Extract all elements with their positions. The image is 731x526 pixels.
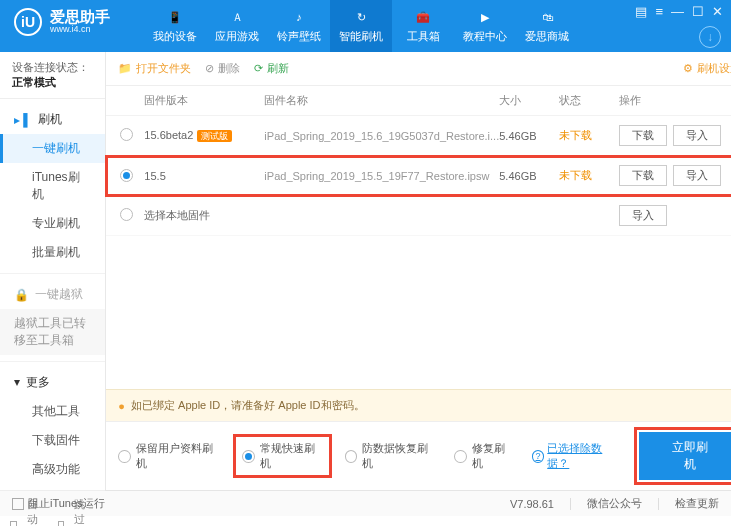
refresh-button[interactable]: ⟳刷新	[254, 61, 289, 76]
th-ops: 操作	[619, 93, 731, 108]
nav-tools[interactable]: 🧰工具箱	[392, 0, 454, 52]
local-firmware-label: 选择本地固件	[144, 208, 210, 223]
auto-activate-checkbox[interactable]	[10, 521, 17, 526]
jailbreak-note: 越狱工具已转移至工具箱	[0, 309, 105, 355]
skip-guide-checkbox[interactable]	[58, 521, 65, 526]
sidebar-section-jailbreak[interactable]: 🔒一键越狱	[0, 280, 105, 309]
device-icon: ▸ ▌	[14, 113, 32, 127]
maximize-icon[interactable]: ☐	[692, 4, 704, 19]
sidebar-section-flash[interactable]: ▸ ▌刷机	[0, 105, 105, 134]
sidebar-item-other-tools[interactable]: 其他工具	[0, 397, 105, 426]
table-row-local[interactable]: 选择本地固件 导入	[106, 196, 731, 236]
apps-icon: Ａ	[228, 8, 246, 26]
opt-repair[interactable]: 修复刷机	[454, 441, 514, 471]
sidebar-item-pro[interactable]: 专业刷机	[0, 209, 105, 238]
brand-name: 爱思助手	[50, 9, 110, 26]
brand-url: www.i4.cn	[50, 25, 110, 35]
version-label: V7.98.61	[510, 498, 554, 510]
folder-icon: 📁	[118, 62, 132, 75]
table-row[interactable]: 15.5 iPad_Spring_2019_15.5_19F77_Restore…	[106, 156, 731, 196]
nav-flash[interactable]: ↻智能刷机	[330, 0, 392, 52]
th-status: 状态	[559, 93, 619, 108]
lock-icon[interactable]: ≡	[655, 4, 663, 19]
title-bar: iU 爱思助手 www.i4.cn 📱我的设备 Ａ应用游戏 ♪铃声壁纸 ↻智能刷…	[0, 0, 731, 52]
sidebar-item-batch[interactable]: 批量刷机	[0, 238, 105, 267]
book-icon: ▶	[476, 8, 494, 26]
row-radio[interactable]	[120, 169, 133, 182]
nav-apps[interactable]: Ａ应用游戏	[206, 0, 268, 52]
opt-normal-flash[interactable]: 常规快速刷机	[238, 439, 327, 473]
bag-icon: 🛍	[538, 8, 556, 26]
window-controls: ▤ ≡ — ☐ ✕	[635, 0, 731, 19]
opt-keep-data[interactable]: 保留用户资料刷机	[118, 441, 220, 471]
flash-options: 保留用户资料刷机 常规快速刷机 防数据恢复刷机 修复刷机 ?已选择除数据？ 立即…	[106, 421, 731, 490]
th-name: 固件名称	[264, 93, 499, 108]
phone-icon: 📱	[166, 8, 184, 26]
check-update-link[interactable]: 检查更新	[675, 496, 719, 511]
toolbox-icon: 🧰	[414, 8, 432, 26]
flash-icon: ↻	[352, 8, 370, 26]
row-radio[interactable]	[120, 208, 133, 221]
logo-icon: iU	[14, 8, 42, 36]
start-flash-button[interactable]: 立即刷机	[639, 432, 731, 480]
th-version: 固件版本	[144, 93, 264, 108]
sidebar: 设备连接状态：正常模式 ▸ ▌刷机 一键刷机 iTunes刷机 专业刷机 批量刷…	[0, 52, 106, 490]
gear-icon: ⚙	[683, 62, 693, 75]
top-nav: 📱我的设备 Ａ应用游戏 ♪铃声壁纸 ↻智能刷机 🧰工具箱 ▶教程中心 🛍爱思商城	[144, 0, 578, 52]
download-button[interactable]: 下载	[619, 165, 667, 186]
block-itunes-checkbox[interactable]	[12, 498, 24, 510]
music-icon: ♪	[290, 8, 308, 26]
connection-status: 设备连接状态：正常模式	[0, 52, 105, 99]
nav-my-device[interactable]: 📱我的设备	[144, 0, 206, 52]
download-button[interactable]: 下载	[619, 125, 667, 146]
row-radio[interactable]	[120, 128, 133, 141]
import-button[interactable]: 导入	[619, 205, 667, 226]
close-icon[interactable]: ✕	[712, 4, 723, 19]
brand-block: iU 爱思助手 www.i4.cn	[0, 0, 124, 36]
open-folder-button[interactable]: 📁打开文件夹	[118, 61, 191, 76]
table-row[interactable]: 15.6beta2测试版 iPad_Spring_2019_15.6_19G50…	[106, 116, 731, 156]
delete-button[interactable]: ⊘删除	[205, 61, 240, 76]
sidebar-item-downloaded[interactable]: 下载固件	[0, 426, 105, 455]
download-manager-button[interactable]: ↓	[699, 26, 721, 48]
import-button[interactable]: 导入	[673, 165, 721, 186]
opt-anti-recover[interactable]: 防数据恢复刷机	[345, 441, 436, 471]
exclude-data-link[interactable]: ?已选择除数据？	[532, 441, 621, 471]
sidebar-item-itunes[interactable]: iTunes刷机	[0, 163, 105, 209]
th-size: 大小	[499, 93, 559, 108]
nav-ring[interactable]: ♪铃声壁纸	[268, 0, 330, 52]
info-icon: ?	[532, 450, 545, 463]
firmware-name: iPad_Spring_2019_15.6_19G5037d_Restore.i…	[264, 130, 499, 142]
sidebar-item-advanced[interactable]: 高级功能	[0, 455, 105, 484]
lock-icon: 🔒	[14, 288, 29, 302]
warning-icon: ●	[118, 400, 125, 412]
nav-tutorial[interactable]: ▶教程中心	[454, 0, 516, 52]
delete-icon: ⊘	[205, 62, 214, 75]
firmware-name: iPad_Spring_2019_15.5_19F77_Restore.ipsw	[264, 170, 499, 182]
main-panel: 📁打开文件夹 ⊘删除 ⟳刷新 ⚙刷机设置 固件版本 固件名称 大小 状态 操作 …	[106, 52, 731, 490]
flash-settings-button[interactable]: ⚙刷机设置	[683, 61, 731, 76]
toolbar: 📁打开文件夹 ⊘删除 ⟳刷新 ⚙刷机设置	[106, 52, 731, 86]
nav-store[interactable]: 🛍爱思商城	[516, 0, 578, 52]
sidebar-section-more[interactable]: ▾更多	[0, 368, 105, 397]
sidebar-item-oneclick[interactable]: 一键刷机	[0, 134, 105, 163]
minimize-icon[interactable]: —	[671, 4, 684, 19]
table-header: 固件版本 固件名称 大小 状态 操作	[106, 86, 731, 116]
apple-id-alert: ● 如已绑定 Apple ID，请准备好 Apple ID和密码。 ✕	[106, 389, 731, 421]
import-button[interactable]: 导入	[673, 125, 721, 146]
chevron-down-icon: ▾	[14, 375, 20, 389]
status-bar: 阻止iTunes运行 V7.98.61 微信公众号 检查更新	[0, 490, 731, 516]
beta-tag: 测试版	[197, 130, 232, 142]
menu-icon[interactable]: ▤	[635, 4, 647, 19]
wechat-link[interactable]: 微信公众号	[587, 496, 642, 511]
refresh-icon: ⟳	[254, 62, 263, 75]
